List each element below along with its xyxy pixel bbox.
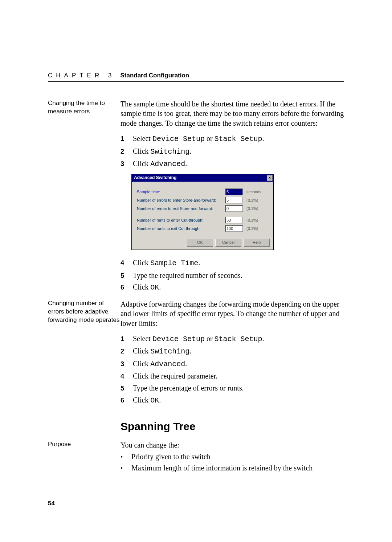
step-text: Type the percentage of errors or runts.	[133, 383, 244, 393]
dialog-row: Number of runts to enter Cut-through:50(…	[137, 217, 268, 223]
step-text: Click Sample Time.	[133, 258, 200, 268]
dialog-row: Number of errors to exit Store-and-forwa…	[137, 205, 268, 212]
bullet-text: Priority given to the switch	[131, 452, 211, 461]
help-button[interactable]: Help	[244, 239, 270, 247]
step-text: Select Device Setup or Stack Setup.	[133, 334, 264, 344]
dialog-row: Number of runts to exit Cut-through:100(…	[137, 225, 268, 232]
step-number: 6	[121, 396, 133, 405]
ok-button[interactable]: OK	[187, 239, 213, 247]
dialog-field-unit: (0.1%)	[243, 218, 268, 223]
spanning-intro: You can change the:	[121, 440, 344, 450]
step-text: Click Advanced.	[133, 159, 187, 169]
steps-list-2: 1Select Device Setup or Stack Setup.2Cli…	[121, 334, 344, 405]
dialog-row: Sample time:5seconds	[137, 189, 268, 195]
dialog-titlebar: Advanced Switching ×	[132, 174, 273, 182]
step-number: 4	[121, 259, 133, 268]
step-number: 5	[121, 384, 133, 393]
step-text: Click Switching.	[133, 146, 191, 157]
step-number: 3	[121, 360, 133, 369]
step-number: 1	[121, 135, 133, 143]
step-text: Click OK.	[133, 395, 161, 405]
dialog-field-unit: seconds	[243, 189, 268, 195]
spanning-bullets: •Priority given to the switch•Maximum le…	[121, 452, 344, 473]
bullet-text: Maximum length of time information is re…	[131, 463, 313, 473]
spanning-tree-heading: Spanning Tree	[121, 419, 344, 434]
dialog-field-label: Number of runts to exit Cut-through:	[137, 226, 225, 231]
dialog-field-input[interactable]: 100	[225, 225, 243, 232]
step-text: Click Switching.	[133, 346, 191, 356]
dialog-field-label: Number of errors to enter Store-and-forw…	[137, 198, 225, 203]
step-text: Click the required parameter.	[133, 371, 217, 381]
dialog-row: Number of errors to enter Store-and-forw…	[137, 197, 268, 203]
page-number: 54	[48, 500, 55, 507]
sidenote-purpose: Purpose	[48, 440, 121, 449]
step-number: 1	[121, 335, 133, 344]
dialog-field-input[interactable]: 0	[225, 205, 243, 212]
dialog-title: Advanced Switching	[134, 175, 176, 181]
bullet-icon: •	[121, 453, 131, 462]
dialog-field-input[interactable]: 50	[225, 217, 243, 223]
step-text: Click Advanced.	[133, 359, 187, 369]
dialog-field-label: Sample time:	[137, 189, 225, 195]
bullet-icon: •	[121, 464, 131, 473]
close-icon[interactable]: ×	[267, 175, 273, 181]
sidenote-measure-errors: Changing the time to measure errors	[48, 99, 121, 116]
steps-list-1b: 4Click Sample Time.5Type the required nu…	[121, 258, 344, 293]
step-number: 2	[121, 147, 133, 156]
step-text: Type the required number of seconds.	[133, 271, 242, 280]
step-number: 5	[121, 272, 133, 280]
page-header: CHAPTER 3 Standard Configuration	[48, 72, 344, 82]
dialog-field-input[interactable]: 5	[225, 189, 243, 195]
intro-paragraph-2: Adaptive forwarding changes the forwardi…	[121, 299, 344, 328]
advanced-switching-dialog: Advanced Switching × Sample time:5second…	[131, 174, 274, 250]
steps-list-1: 1Select Device Setup or Stack Setup.2Cli…	[121, 134, 344, 169]
chapter-label: CHAPTER 3	[48, 72, 115, 79]
dialog-field-unit: (0.1%)	[243, 206, 268, 211]
dialog-field-label: Number of runts to enter Cut-through:	[137, 218, 225, 223]
dialog-field-input[interactable]: 5	[225, 197, 243, 203]
step-number: 2	[121, 347, 133, 356]
step-number: 3	[121, 160, 133, 169]
intro-paragraph: The sample time should be the shortest t…	[121, 99, 344, 128]
step-text: Click OK.	[133, 282, 161, 292]
dialog-field-unit: (0.1%)	[243, 226, 268, 231]
cancel-button[interactable]: Cancel	[215, 239, 241, 247]
chapter-title: Standard Configuration	[120, 72, 189, 79]
step-number: 6	[121, 283, 133, 292]
dialog-field-label: Number of errors to exit Store-and-forwa…	[137, 206, 225, 211]
sidenote-number-errors: Changing number of errors before adaptiv…	[48, 299, 121, 324]
dialog-field-unit: (0.1%)	[243, 198, 268, 203]
step-text: Select Device Setup or Stack Setup.	[133, 134, 264, 144]
step-number: 4	[121, 372, 133, 381]
